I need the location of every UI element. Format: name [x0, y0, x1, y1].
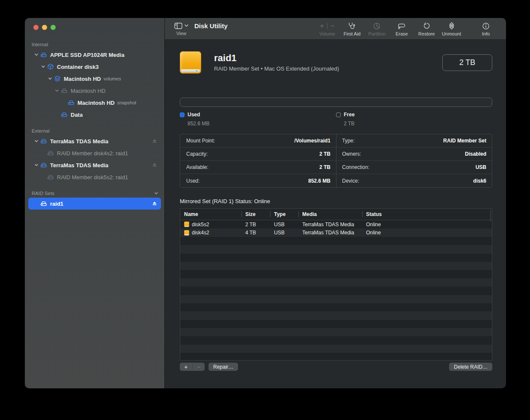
info-row-capacity: Capacity:2 TB [180, 148, 336, 161]
cell-media: TerraMas TDAS Media [298, 222, 362, 228]
disk-icon [40, 162, 47, 169]
sidebar-item-container-disk3[interactable]: Container disk3 [28, 61, 161, 73]
info-label: Capacity: [186, 151, 208, 157]
info-column-left: Mount Point:/Volumes/raid1Capacity:2 TBA… [180, 134, 336, 187]
disk-icon [40, 200, 47, 207]
column-header-size[interactable]: Size [241, 209, 270, 220]
sidebar-item-macintosh-hd-snapshot[interactable]: Macintosh HDsnapshot [28, 97, 161, 109]
toolbar-volume-button: +−Volume [315, 21, 339, 36]
info-row-available: Available:2 TB [180, 161, 336, 174]
eject-icon[interactable] [152, 201, 157, 206]
eject-icon[interactable] [152, 139, 157, 144]
column-header-status[interactable]: Status [362, 209, 492, 220]
empty-row [180, 245, 492, 253]
used-value: 852.6 MB [180, 121, 336, 127]
disclosure-chevron-icon[interactable] [33, 53, 40, 57]
toolbar-item-label: Partition [368, 31, 385, 36]
sidebar-item-raid-member-disk4s2-raid1[interactable]: RAID Member disk4s2: raid1 [28, 147, 161, 159]
disclosure-chevron-icon[interactable] [53, 89, 61, 93]
toolbar-info-button[interactable]: Info [473, 21, 498, 36]
info-label: Device: [342, 178, 359, 184]
empty-row [180, 320, 492, 328]
column-header-name[interactable]: Name [180, 209, 241, 220]
add-member-button[interactable]: + [180, 363, 192, 371]
empty-row [180, 353, 492, 360]
view-button[interactable]: View [174, 21, 188, 36]
sidebar-item-label: RAID Member disk4s2: raid1 [57, 150, 128, 157]
sidebar-item-raid1[interactable]: raid1 [28, 198, 161, 210]
toolbar-erase-button[interactable]: Erase [389, 21, 414, 36]
repair-button[interactable]: Repair… [208, 363, 238, 371]
disk-utility-window: InternalAPPLE SSD AP1024R MediaContainer… [25, 18, 506, 388]
sidebar-item-terramas-tdas-media[interactable]: TerraMas TDAS Media [28, 159, 161, 171]
raid-member-row[interactable]: disk5s22 TBUSBTerraMas TDAS MediaOnline [180, 220, 492, 228]
raid-members-table: NameSizeTypeMediaStatus disk5s22 TBUSBTe… [180, 208, 492, 361]
volume-stack-icon [54, 75, 61, 82]
table-header: NameSizeTypeMediaStatus [180, 209, 492, 220]
desktop: { "colors": { "selection_blue": "#2f6fed… [0, 0, 530, 420]
main-content: View Disk Utility +−VolumeFirst AidParti… [165, 18, 506, 388]
drive-icon [184, 222, 189, 227]
chevron-down-icon[interactable] [154, 191, 158, 195]
raid-status-title: Mirrored Set (RAID 1) Status: Online [180, 198, 492, 204]
volume-header: raid1 RAID Member Set • Mac OS Extended … [180, 51, 492, 74]
disclosure-chevron-icon[interactable] [39, 65, 47, 69]
plus-icon: + [320, 23, 324, 30]
sidebar-item-apple-ssd-ap1024r-media[interactable]: APPLE SSD AP1024R Media [28, 49, 161, 61]
window-title: Disk Utility [194, 21, 228, 31]
cell-status: Online [362, 230, 492, 236]
empty-row [180, 270, 492, 278]
sidebar-item-label: TerraMas TDAS Media [50, 138, 108, 145]
raid-member-row[interactable]: disk4s24 TBUSBTerraMas TDAS MediaOnline [180, 228, 492, 237]
bottom-actions: + − Repair… Delete RAID… [180, 363, 492, 371]
disk-icon [40, 51, 47, 58]
sidebar-item-terramas-tdas-media[interactable]: TerraMas TDAS Media [28, 135, 161, 147]
disk-icon [61, 87, 68, 94]
sidebar-item-macintosh-hd-volumes[interactable]: Macintosh HDvolumes [28, 73, 161, 85]
disclosure-chevron-icon[interactable] [33, 163, 40, 167]
sidebar-section-header: External [25, 127, 164, 135]
volume-info-grid: Mount Point:/Volumes/raid1Capacity:2 TBA… [180, 134, 492, 188]
info-value: 852.6 MB [308, 178, 331, 184]
info-row-mount-point: Mount Point:/Volumes/raid1 [180, 134, 336, 148]
empty-row [180, 295, 492, 303]
sidebar-item-suffix: volumes [104, 76, 121, 81]
legend-used: Used 852.6 MB [180, 112, 336, 127]
toolbar-unmount-button[interactable]: Unmount [439, 21, 464, 36]
sidebar-item-data[interactable]: Data [28, 109, 161, 121]
sidebar-section-raid-sets: RAID Setsraid1 [25, 189, 164, 210]
disclosure-chevron-icon[interactable] [46, 77, 54, 81]
info-circle-icon [482, 21, 490, 31]
toolbar-restore-button[interactable]: Restore [414, 21, 439, 36]
info-row-used: Used:852.6 MB [180, 174, 336, 187]
zoom-button[interactable] [51, 25, 56, 30]
free-label: Free [344, 112, 354, 118]
empty-row [180, 336, 492, 344]
usage-bar [180, 98, 492, 107]
sidebar-item-label: Macintosh HD [64, 76, 101, 82]
empty-row [180, 303, 492, 311]
toolbar-item-label: Volume [319, 31, 335, 36]
empty-row [180, 287, 492, 295]
sidebar-section-external: ExternalTerraMas TDAS MediaRAID Member d… [25, 127, 164, 183]
remove-member-button[interactable]: − [193, 363, 205, 371]
delete-raid-button[interactable]: Delete RAID… [449, 363, 492, 371]
disclosure-chevron-icon[interactable] [33, 139, 40, 143]
drive-led [196, 70, 197, 71]
traffic-lights [25, 18, 164, 31]
info-value: RAID Member Set [443, 138, 486, 144]
eject-icon[interactable] [152, 163, 157, 168]
sidebar-item-suffix: snapshot [117, 100, 137, 105]
sidebar-item-raid-member-disk5s2-raid1[interactable]: RAID Member disk5s2: raid1 [28, 171, 161, 183]
sidebar-item-macintosh-hd[interactable]: Macintosh HD [28, 85, 161, 97]
minimize-button[interactable] [42, 25, 47, 30]
info-value: disk6 [473, 178, 486, 184]
restore-arrow-icon [423, 21, 430, 31]
column-header-media[interactable]: Media [298, 209, 362, 220]
toolbar-first-aid-button[interactable]: First Aid [339, 21, 364, 36]
close-button[interactable] [33, 25, 39, 30]
column-header-type[interactable]: Type [270, 209, 298, 220]
chevron-down-icon [185, 24, 188, 27]
add-remove-segmented: + − [180, 363, 205, 371]
cell-name: disk5s2 [180, 222, 241, 228]
